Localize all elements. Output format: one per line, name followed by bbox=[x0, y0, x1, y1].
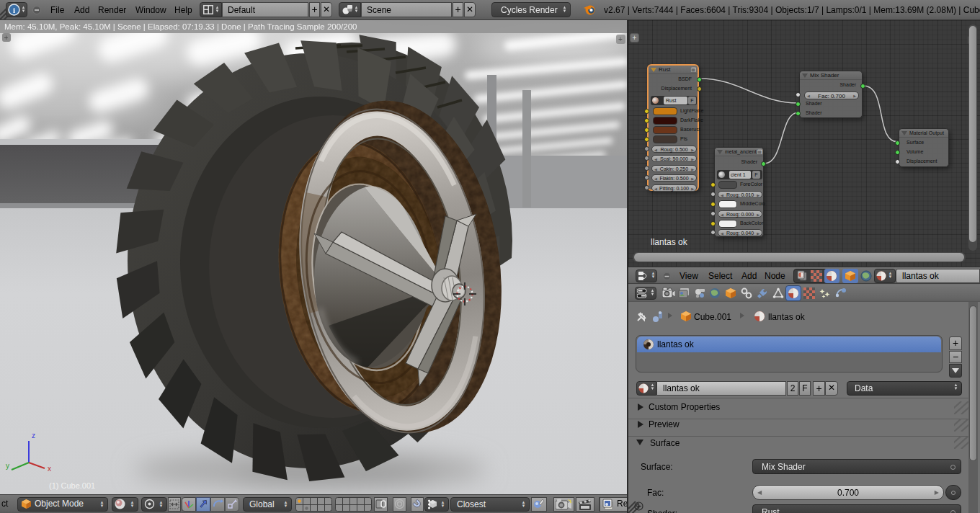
svg-text:y: y bbox=[6, 462, 9, 470]
svg-text:x: x bbox=[48, 465, 51, 473]
svg-text:i: i bbox=[13, 6, 15, 14]
svg-text:(1) Cube.001: (1) Cube.001 bbox=[49, 481, 95, 490]
svg-text:+: + bbox=[4, 34, 9, 42]
svg-text:+: + bbox=[618, 35, 623, 43]
svg-text:z: z bbox=[32, 432, 35, 440]
